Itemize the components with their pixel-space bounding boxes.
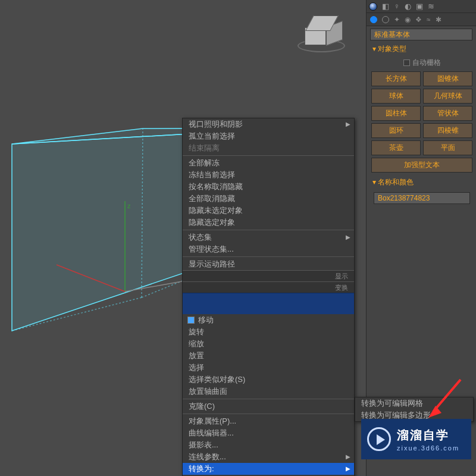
btn-tube[interactable]: 管状体 [423, 106, 472, 121]
menu-item[interactable]: 隐藏未选定对象 [183, 205, 354, 217]
btn-plane[interactable]: 平面 [423, 140, 472, 155]
menu-item[interactable]: 显示运动路径 [183, 258, 354, 270]
watermark: 溜溜自学 zixue.3d66.com [361, 419, 471, 459]
menu-item[interactable]: 隐藏选定对象 [183, 217, 354, 228]
geometry-icon[interactable] [370, 16, 377, 23]
convert-to-submenu[interactable]: 转换为可编辑网格转换为可编辑多边形 [355, 397, 474, 422]
btn-cone[interactable]: 圆锥体 [423, 71, 472, 86]
autogrid-row[interactable]: 自动栅格 [370, 57, 474, 71]
viewcube[interactable] [293, 11, 352, 58]
menu-item[interactable]: 冻结当前选择 [183, 169, 354, 181]
menu-item[interactable]: 缩放 [183, 338, 354, 350]
panel-main-tabs[interactable]: ◧ ♀ ◐ ▣ ≋ [367, 0, 476, 13]
cameras-icon[interactable]: ◉ [405, 15, 411, 24]
btn-textplus[interactable]: 加强型文本 [371, 158, 472, 173]
btn-box[interactable]: 长方体 [371, 71, 421, 86]
btn-cylinder[interactable]: 圆柱体 [371, 106, 421, 121]
object-name-input[interactable]: Box2138774823 [374, 192, 470, 204]
menu-item[interactable]: 状态集 [183, 231, 354, 243]
menu-item[interactable]: 对象属性(P)... [183, 415, 354, 427]
utilities-tab-icon[interactable]: ≋ [428, 2, 434, 10]
btn-pyramid[interactable]: 四棱锥 [423, 123, 472, 138]
play-icon [367, 427, 391, 451]
menu-item[interactable]: 旋转 [183, 326, 354, 338]
menu-item[interactable]: 管理状态集... [183, 243, 354, 255]
object-type-rollout: 对象类型 自动栅格 长方体 圆锥体 球体 几何球体 圆柱体 管状体 圆环 四棱锥… [370, 43, 474, 174]
menu-item[interactable]: 视口照明和阴影 [183, 118, 354, 130]
object-name-value: Box2138774823 [378, 194, 430, 202]
hierarchy-tab-icon[interactable]: ♀ [394, 2, 400, 10]
watermark-title: 溜溜自学 [397, 427, 459, 443]
svg-marker-0 [12, 133, 199, 331]
menu-item[interactable]: 孤立当前选择 [183, 130, 354, 142]
menu-section-tag: 变换 [183, 281, 354, 293]
create-tab-icon[interactable] [369, 2, 377, 11]
autogrid-checkbox[interactable] [403, 60, 410, 66]
name-color-rollout: 名称和颜色 Box2138774823 [370, 176, 474, 204]
systems-icon[interactable]: ✱ [436, 15, 441, 24]
menu-item[interactable]: 移动 [183, 314, 354, 326]
panel-sub-tabs[interactable]: ✦ ◉ ❖ ≈ ✱ [367, 13, 476, 26]
autogrid-label: 自动栅格 [412, 58, 441, 68]
menu-item[interactable]: 放置轴曲面 [183, 386, 354, 397]
menu-item[interactable]: 曲线编辑器... [183, 427, 354, 439]
svg-text:z: z [127, 202, 131, 209]
primitive-category-dropdown[interactable]: 标准基本体 [370, 29, 472, 40]
btn-torus[interactable]: 圆环 [371, 123, 421, 138]
menu-item[interactable]: 按名称取消隐藏 [183, 181, 354, 193]
rollout-header-object-type[interactable]: 对象类型 [370, 43, 474, 57]
lights-icon[interactable]: ✦ [394, 15, 400, 24]
btn-sphere[interactable]: 球体 [371, 89, 421, 104]
menu-item[interactable]: 摄影表... [183, 439, 354, 451]
menu-item[interactable]: 全部解冻 [183, 157, 354, 169]
submenu-item[interactable]: 转换为可编辑网格 [355, 397, 473, 409]
menu-item[interactable]: 转换为: [183, 463, 354, 475]
menu-item[interactable]: 选择 [183, 362, 354, 374]
shapes-icon[interactable] [382, 16, 389, 23]
menu-section-tag: 显示 [183, 270, 354, 281]
btn-teapot[interactable]: 茶壶 [371, 140, 421, 155]
menu-item: 结束隔离 [183, 142, 354, 154]
menu-item[interactable]: 连线参数... [183, 451, 354, 463]
menu-item[interactable]: 克隆(C) [183, 400, 354, 412]
primitive-buttons: 长方体 圆锥体 球体 几何球体 圆柱体 管状体 圆环 四棱锥 茶壶 平面 加强型… [370, 71, 474, 174]
menu-item[interactable]: 选择类似对象(S) [183, 374, 354, 386]
menu-item[interactable]: 全部取消隐藏 [183, 193, 354, 205]
rollout-header-name[interactable]: 名称和颜色 [370, 176, 474, 190]
viewport-context-menu[interactable]: 视口照明和阴影孤立当前选择结束隔离全部解冻冻结当前选择按名称取消隐藏全部取消隐藏… [182, 118, 355, 476]
helpers-icon[interactable]: ❖ [415, 15, 422, 24]
dropdown-label: 标准基本体 [374, 30, 410, 40]
modify-tab-icon[interactable]: ◧ [382, 2, 389, 10]
btn-geosphere[interactable]: 几何球体 [423, 89, 472, 104]
spacewarps-icon[interactable]: ≈ [427, 15, 431, 24]
menu-item[interactable]: 放置 [183, 350, 354, 362]
motion-tab-icon[interactable]: ◐ [405, 2, 411, 10]
display-tab-icon[interactable]: ▣ [416, 2, 423, 10]
watermark-sub: zixue.3d66.com [397, 444, 459, 452]
